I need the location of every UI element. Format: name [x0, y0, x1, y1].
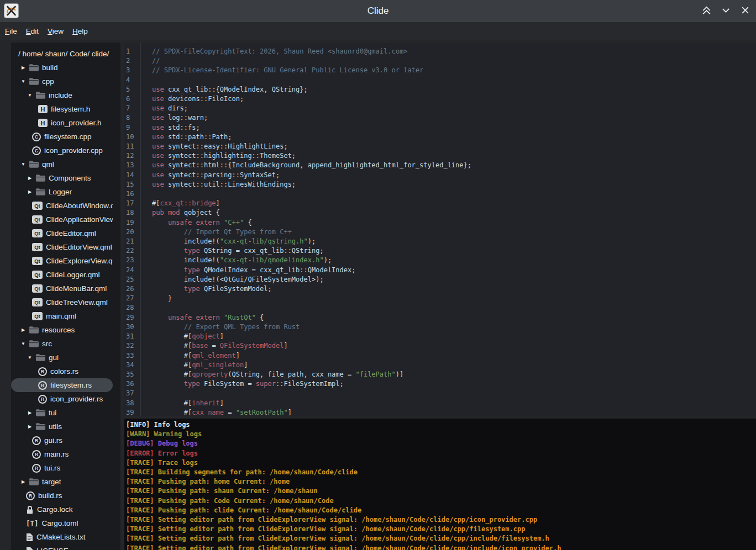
tree-item-filesystem-h[interactable]: Hfilesystem.h [11, 102, 113, 116]
tree-item-tui-rs[interactable]: Rtui.rs [11, 461, 113, 475]
tree-item-clidetreeview-qml[interactable]: QtClideTreeView.qml [11, 295, 113, 309]
tree-item-main-rs[interactable]: Rmain.rs [11, 447, 113, 461]
code-line[interactable]: 29 unsafe extern "RustQt" { [124, 313, 756, 322]
tree-item-components[interactable]: ▶Components [11, 171, 113, 185]
menu-file[interactable]: File [1, 25, 22, 38]
code-line[interactable]: 18pub mod qobject { [124, 208, 756, 218]
tree-item-clideexplorerview-qml[interactable]: QtClideExplorerView.qml [11, 254, 113, 268]
rust-file-icon: R [26, 491, 35, 500]
chevron-right-icon[interactable]: ▶ [20, 65, 27, 70]
code-line[interactable]: 32 #[base = QFileSystemModel] [124, 341, 756, 351]
tree-item-clidelogger-qml[interactable]: QtClideLogger.qml [11, 268, 113, 282]
tree-item-clidemenubar-qml[interactable]: QtClideMenuBar.qml [11, 282, 113, 295]
tree-item-icon-provider-rs[interactable]: Ricon_provider.rs [11, 392, 113, 406]
code-line[interactable]: 8use log::warn; [124, 113, 756, 123]
tree-item-icon-provider-cpp[interactable]: Cicon_provider.cpp [11, 144, 113, 157]
code-line[interactable]: 24 type QModelIndex = cxx_qt_lib::QModel… [124, 266, 756, 275]
tree-item-logger[interactable]: ▶Logger [11, 185, 113, 199]
code-line[interactable]: 20 // Import Qt Types from C++ [124, 228, 756, 237]
code-line[interactable]: 30 // Export QML Types from Rust [124, 322, 756, 332]
code-line[interactable]: 6use devicons::FileIcon; [124, 94, 756, 104]
chevron-right-icon[interactable]: ▶ [27, 410, 33, 415]
code-line[interactable]: 3// SPDX-License-Identifier: GNU General… [124, 66, 756, 75]
chevron-down-icon[interactable]: ▼ [20, 79, 27, 84]
code-line[interactable]: 34 #[qml_singleton] [124, 361, 756, 370]
tree-item-cargo-toml[interactable]: [T]Cargo.toml [11, 516, 113, 530]
tree-item-cmakelists-txt[interactable]: CMakeLists.txt [11, 530, 113, 544]
menu-view[interactable]: View [43, 25, 68, 38]
tree-item-icon-provider-h[interactable]: Hicon_provider.h [11, 116, 113, 130]
close-button[interactable] [739, 6, 750, 17]
menu-help[interactable]: Help [68, 25, 92, 38]
tree-item-cargo-lock[interactable]: Cargo.lock [11, 503, 113, 516]
code-line[interactable]: 1// SPDX-FileCopyrightText: 2026, Shaun … [124, 47, 756, 56]
chevron-down-icon[interactable]: ▼ [20, 341, 27, 346]
code-line[interactable]: 21 include!("cxx-qt-lib/qstring.h"); [124, 237, 756, 246]
code-line[interactable]: 5use cxx_qt_lib::{QModelIndex, QString}; [124, 85, 756, 94]
code-text: use syntect::easy::HighlightLines; [141, 142, 288, 151]
code-line[interactable]: 7use dirs; [124, 104, 756, 113]
tree-item-clideeditorview-qml[interactable]: QtClideEditorView.qml [11, 240, 113, 254]
chevron-down-icon[interactable]: ▼ [27, 355, 33, 360]
minimize-button[interactable] [720, 6, 731, 17]
tree-item-clideapplicationview-qml[interactable]: QtClideApplicationView.qml [11, 213, 113, 226]
tree-item-utils[interactable]: ▶utils [11, 420, 113, 433]
tree-item-colors-rs[interactable]: Rcolors.rs [11, 364, 113, 378]
code-line[interactable]: 37 [124, 389, 756, 398]
code-line[interactable]: 2// [124, 56, 756, 66]
tree-item-filesystem-cpp[interactable]: Cfilesystem.cpp [11, 130, 113, 144]
code-line[interactable]: 27 } [124, 294, 756, 303]
tree-item-cpp[interactable]: ▼cpp [11, 75, 113, 88]
chevron-right-icon[interactable]: ▶ [27, 424, 33, 429]
code-line[interactable]: 38 #[inherit] [124, 399, 756, 408]
tree-item-resources[interactable]: ▶resources [11, 323, 113, 337]
code-line[interactable]: 19 unsafe extern "C++" { [124, 218, 756, 228]
chevron-right-icon[interactable]: ▶ [20, 479, 27, 484]
code-line[interactable]: 11use syntect::easy::HighlightLines; [124, 142, 756, 151]
code-line[interactable]: 36 type FileSystem = super::FileSystemIm… [124, 379, 756, 389]
code-line[interactable]: 13use syntect::html::{IncludeBackground,… [124, 161, 756, 170]
shade-button[interactable] [701, 6, 712, 17]
code-line[interactable]: 31 #[qobject] [124, 332, 756, 341]
code-line[interactable]: 12use syntect::highlighting::ThemeSet; [124, 151, 756, 161]
tree-item-src[interactable]: ▼src [11, 337, 113, 351]
chevron-right-icon[interactable]: ▶ [27, 176, 33, 181]
code-line[interactable]: 23 include!("cxx-qt-lib/qmodelindex.h"); [124, 256, 756, 265]
code-line[interactable]: 22 type QString = cxx_qt_lib::QString; [124, 246, 756, 256]
tree-item-clideaboutwindow-qml[interactable]: QtClideAboutWindow.qml [11, 199, 113, 213]
tree-item-license[interactable]: LICENSE [11, 544, 113, 550]
menu-edit[interactable]: Edit [22, 25, 43, 38]
tree-item-target[interactable]: ▶target [11, 475, 113, 489]
code-line[interactable]: 39 #[cxx_name = "setRootPath"] [124, 408, 756, 416]
code-editor[interactable]: 1// SPDX-FileCopyrightText: 2026, Shaun … [124, 43, 756, 416]
code-line[interactable]: 14use syntect::parsing::SyntaxSet; [124, 171, 756, 180]
code-line[interactable]: 4 [124, 76, 756, 85]
tree-item-build-rs[interactable]: Rbuild.rs [11, 489, 113, 503]
tree-item-gui-rs[interactable]: Rgui.rs [11, 433, 113, 447]
tree-item-include[interactable]: ▼include [11, 88, 113, 102]
code-line[interactable]: 9use std::fs; [124, 123, 756, 133]
log-panel[interactable]: [INFO] Info logs[WARN] Warning logs[DEBU… [124, 419, 756, 550]
chevron-right-icon[interactable]: ▶ [20, 327, 27, 332]
tree-item-main-qml[interactable]: Qtmain.qml [11, 309, 113, 323]
code-line[interactable]: 35 #[qproperty(QString, file_path, cxx_n… [124, 370, 756, 379]
code-line[interactable]: 28 [124, 303, 756, 313]
tree-item-filesystem-rs[interactable]: Rfilesystem.rs [11, 378, 113, 392]
code-line[interactable]: 26 type QFileSystemModel; [124, 284, 756, 294]
tree-item-label: ClideApplicationView.qml [46, 215, 113, 224]
code-line[interactable]: 17#[cxx_qt::bridge] [124, 199, 756, 208]
tree-item-build[interactable]: ▶build [11, 61, 113, 75]
code-line[interactable]: 10use std::path::Path; [124, 133, 756, 142]
tree-item-clideeditor-qml[interactable]: QtClideEditor.qml [11, 226, 113, 240]
chevron-down-icon[interactable]: ▼ [20, 162, 27, 167]
code-line[interactable]: 25 include!(<QtGui/QFileSystemModel>); [124, 275, 756, 284]
chevron-down-icon[interactable]: ▼ [27, 93, 33, 98]
chevron-right-icon[interactable]: ▶ [27, 189, 33, 194]
tree-item-qml[interactable]: ▼qml [11, 157, 113, 171]
file-explorer[interactable]: / home/ shaun/ Code/ clide/ ▶build▼cpp▼i… [11, 43, 120, 550]
code-line[interactable]: 16 [124, 189, 756, 199]
code-line[interactable]: 33 #[qml_element] [124, 351, 756, 361]
code-line[interactable]: 15use syntect::util::LinesWithEndings; [124, 180, 756, 189]
tree-item-tui[interactable]: ▶tui [11, 406, 113, 420]
tree-item-gui[interactable]: ▼gui [11, 351, 113, 364]
